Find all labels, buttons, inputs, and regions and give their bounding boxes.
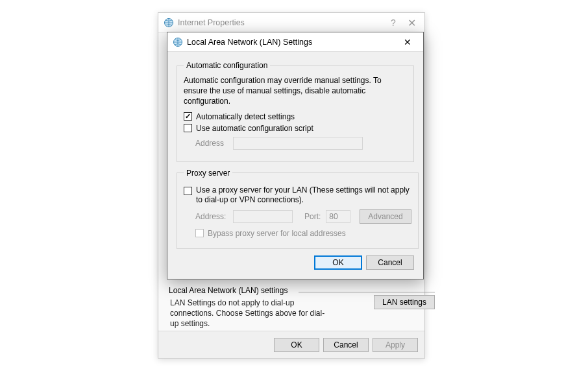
lan-group-legend: Local Area Network (LAN) settings bbox=[169, 286, 291, 295]
proxy-advanced-button: Advanced bbox=[360, 209, 411, 224]
internet-properties-titlebar: Internet Properties ? ✕ bbox=[158, 13, 424, 32]
lan-dialog-title: Local Area Network (LAN) Settings bbox=[187, 38, 312, 47]
lan-group-description: LAN Settings do not apply to dial-up con… bbox=[170, 298, 332, 329]
auto-script-checkbox[interactable] bbox=[184, 124, 192, 132]
lan-settings-button[interactable]: LAN settings bbox=[374, 295, 435, 309]
use-proxy-checkbox[interactable] bbox=[184, 187, 192, 195]
help-button[interactable]: ? bbox=[384, 18, 402, 28]
proxy-port-input bbox=[326, 210, 350, 223]
auto-script-address-row: Address bbox=[195, 137, 407, 150]
auto-detect-checkbox[interactable]: ✓ bbox=[184, 112, 192, 121]
lan-dialog-body: Automatic configuration Automatic config… bbox=[167, 52, 423, 279]
globe-icon bbox=[173, 37, 183, 47]
lan-cancel-button[interactable]: Cancel bbox=[366, 255, 414, 270]
group-divider bbox=[299, 292, 435, 292]
proxy-address-row: Address: Port: Advanced bbox=[195, 209, 411, 224]
lan-dialog-titlebar: Local Area Network (LAN) Settings ✕ bbox=[167, 32, 423, 52]
proxy-legend: Proxy server bbox=[184, 169, 232, 178]
use-proxy-label[interactable]: Use a proxy server for your LAN (These s… bbox=[196, 185, 411, 206]
bypass-proxy-label: Bypass proxy server for local addresses bbox=[208, 229, 346, 238]
lan-dialog-footer: OK Cancel bbox=[177, 255, 414, 270]
auto-config-description: Automatic configuration may override man… bbox=[184, 75, 407, 107]
internet-properties-footer: OK Cancel Apply bbox=[158, 331, 424, 358]
auto-script-row: Use automatic configuration script bbox=[184, 124, 407, 133]
auto-address-label: Address bbox=[195, 139, 228, 148]
lan-dialog-close-button[interactable]: ✕ bbox=[395, 33, 421, 51]
auto-address-input bbox=[233, 137, 363, 150]
proxy-address-input bbox=[233, 210, 293, 223]
bypass-proxy-checkbox bbox=[195, 229, 204, 237]
auto-detect-row: ✓ Automatically detect settings bbox=[184, 112, 407, 121]
automatic-configuration-group: Automatic configuration Automatic config… bbox=[177, 61, 414, 162]
auto-script-label[interactable]: Use automatic configuration script bbox=[196, 124, 313, 133]
lan-settings-dialog: Local Area Network (LAN) Settings ✕ Auto… bbox=[167, 32, 424, 279]
lan-ok-button[interactable]: OK bbox=[314, 255, 362, 270]
internet-properties-title: Internet Properties bbox=[178, 18, 245, 27]
parent-cancel-button[interactable]: Cancel bbox=[323, 338, 369, 352]
proxy-address-label: Address: bbox=[195, 212, 228, 221]
parent-ok-button[interactable]: OK bbox=[274, 338, 319, 352]
proxy-port-label: Port: bbox=[304, 212, 321, 221]
globe-icon bbox=[164, 18, 174, 28]
bypass-proxy-row: Bypass proxy server for local addresses bbox=[195, 229, 411, 238]
parent-close-button[interactable]: ✕ bbox=[402, 17, 421, 29]
auto-detect-label[interactable]: Automatically detect settings bbox=[196, 112, 295, 121]
use-proxy-row: Use a proxy server for your LAN (These s… bbox=[184, 185, 411, 206]
auto-config-legend: Automatic configuration bbox=[184, 61, 270, 70]
parent-apply-button[interactable]: Apply bbox=[373, 338, 418, 352]
lan-settings-group: Local Area Network (LAN) settings LAN Se… bbox=[169, 287, 435, 335]
proxy-server-group: Proxy server Use a proxy server for your… bbox=[177, 169, 419, 249]
